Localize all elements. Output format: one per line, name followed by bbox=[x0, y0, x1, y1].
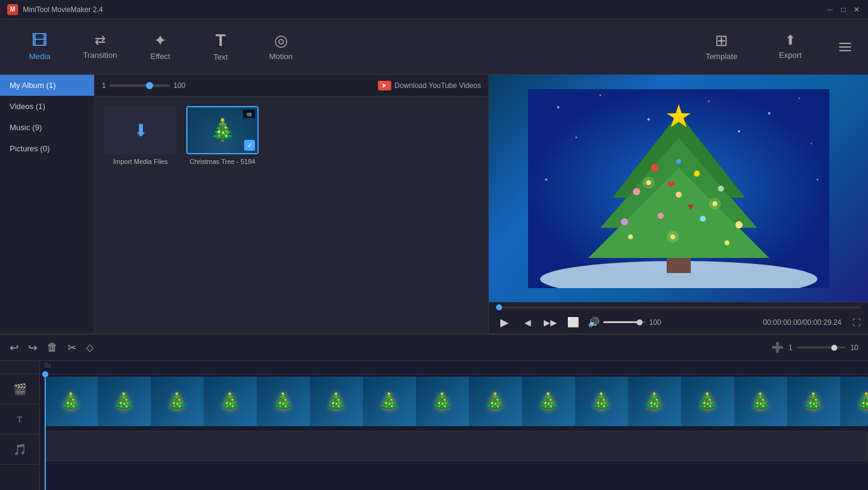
volume-value: 100 bbox=[649, 318, 661, 327]
text-track-icon: T bbox=[17, 415, 22, 424]
media-panel: 1 100 ▶ Download YouTube Videos ⬇ Import bbox=[95, 75, 488, 333]
timeline-tracks: 🎄 🎄 🎄 🎄 🎄 🎄 🎄 🎄 🎄 🎄 🎄 🎄 🎄 🎄 🎄 🎄 bbox=[40, 374, 868, 490]
progress-handle[interactable] bbox=[496, 304, 502, 310]
svg-point-7 bbox=[575, 136, 577, 138]
svg-point-35 bbox=[643, 177, 655, 189]
zoom-max: 10 bbox=[851, 344, 858, 352]
timeline-toolbar: ↩ ↪ 🗑 ✂ ◇ ➕ 1 10 bbox=[0, 335, 868, 361]
cut-button[interactable]: ✂ bbox=[68, 341, 77, 354]
download-youtube-button[interactable]: ▶ Download YouTube Videos bbox=[378, 81, 481, 90]
toolbar-item-effect[interactable]: ✦ Effect bbox=[130, 23, 190, 71]
toolbar-item-text[interactable]: T Text bbox=[190, 23, 251, 71]
volume-fill bbox=[603, 321, 637, 323]
timeline-content: 🎬 T 🎵 0s 🎄 🎄 🎄 🎄 🎄 bbox=[0, 361, 868, 490]
motion-label: Motion bbox=[269, 52, 292, 61]
toolbar-item-media[interactable]: 🎞 Media bbox=[10, 23, 70, 71]
time-display: 00:00:00.00/00:00:29.24 bbox=[763, 318, 841, 327]
sidebar-item-music[interactable]: Music (9) bbox=[0, 117, 94, 138]
fullscreen-button[interactable]: ⛶ bbox=[852, 318, 861, 327]
undo-button[interactable]: ↩ bbox=[10, 341, 19, 354]
audio-track-icon: 🎵 bbox=[13, 443, 27, 456]
track-frame: 🎄 bbox=[310, 377, 363, 426]
step-forward-button[interactable]: ▶▶ bbox=[542, 314, 559, 331]
media-grid: ⬇ Import Media Files 🎄 📹 ✓ Christmas Tre… bbox=[95, 96, 488, 333]
track-frame: 🎄 bbox=[98, 377, 151, 426]
selected-check: ✓ bbox=[244, 140, 255, 151]
audio-track[interactable] bbox=[45, 431, 868, 461]
svg-point-20 bbox=[651, 164, 658, 171]
timeline-zoom-slider[interactable] bbox=[797, 347, 846, 348]
close-button[interactable]: ✕ bbox=[852, 5, 861, 14]
volume-control: 🔊 100 bbox=[588, 316, 661, 328]
sidebar-item-my-album[interactable]: My Album (1) bbox=[0, 75, 94, 96]
volume-thumb[interactable] bbox=[637, 319, 643, 325]
transition-label: Transition bbox=[83, 51, 118, 60]
track-frame: 🎄 bbox=[151, 377, 204, 426]
zoom-slider[interactable] bbox=[110, 84, 170, 87]
toolbar-item-template[interactable]: ⊞ Template bbox=[694, 23, 749, 71]
svg-point-10 bbox=[545, 178, 547, 181]
maximize-button[interactable]: □ bbox=[839, 5, 848, 14]
split-button[interactable]: ◇ bbox=[86, 342, 93, 353]
volume-icon[interactable]: 🔊 bbox=[588, 316, 600, 328]
playhead[interactable] bbox=[45, 374, 46, 490]
track-frame: 🎄 bbox=[575, 377, 628, 426]
hamburger-line-1 bbox=[839, 43, 851, 44]
transition-icon: ⇄ bbox=[95, 34, 105, 47]
timeline-zoom-thumb[interactable] bbox=[831, 345, 837, 351]
app-icon: M bbox=[7, 4, 18, 15]
add-media-icon[interactable]: ➕ bbox=[772, 342, 784, 353]
video-track[interactable]: 🎄 🎄 🎄 🎄 🎄 🎄 🎄 🎄 🎄 🎄 🎄 🎄 🎄 🎄 🎄 🎄 bbox=[45, 377, 868, 426]
sidebar: My Album (1) Videos (1) Music (9) Pictur… bbox=[0, 75, 95, 333]
minimize-button[interactable]: ─ bbox=[826, 5, 834, 14]
track-frame: 🎄 bbox=[416, 377, 469, 426]
window-controls: ─ □ ✕ bbox=[826, 5, 861, 14]
svg-point-6 bbox=[798, 97, 800, 99]
ruler-mark-0: 0s bbox=[45, 362, 51, 369]
zoom-control: 1 100 bbox=[102, 81, 186, 90]
crop-button[interactable]: ⬜ bbox=[565, 314, 582, 331]
timeline-right: 0s 🎄 🎄 🎄 🎄 🎄 🎄 🎄 🎄 🎄 🎄 🎄 � bbox=[40, 361, 868, 490]
toolbar-item-export[interactable]: ⬆ Export bbox=[763, 23, 817, 71]
christmas-tree-media-item[interactable]: 🎄 📹 ✓ Christmas Tree - 5184 bbox=[186, 106, 259, 165]
progress-bar[interactable] bbox=[496, 306, 861, 309]
track-frame: 🎄 bbox=[363, 377, 416, 426]
toolbar-item-transition[interactable]: ⇄ Transition bbox=[70, 23, 130, 71]
svg-text:❤: ❤ bbox=[667, 179, 676, 191]
zoom-min: 1 bbox=[788, 344, 793, 352]
christmas-tree-svg: ❤ ♥ bbox=[528, 89, 829, 288]
svg-point-2 bbox=[599, 94, 601, 96]
timeline-zoom: ➕ 1 10 bbox=[772, 342, 858, 353]
svg-point-3 bbox=[647, 118, 650, 121]
svg-text:♥: ♥ bbox=[688, 201, 694, 212]
volume-slider[interactable] bbox=[603, 321, 646, 323]
toolbar-item-motion[interactable]: ◎ Motion bbox=[251, 23, 311, 71]
download-label: Download YouTube Videos bbox=[395, 81, 481, 90]
effect-icon: ✦ bbox=[154, 33, 167, 48]
christmas-thumb[interactable]: 🎄 📹 ✓ bbox=[186, 106, 259, 154]
sidebar-item-pictures[interactable]: Pictures (0) bbox=[0, 138, 94, 159]
import-thumb[interactable]: ⬇ bbox=[104, 106, 177, 154]
import-label: Import Media Files bbox=[113, 158, 168, 165]
play-button[interactable]: ▶ bbox=[496, 314, 513, 331]
track-frame: 🎄 bbox=[257, 377, 310, 426]
template-label: Template bbox=[706, 52, 738, 61]
menu-button[interactable] bbox=[832, 36, 858, 58]
track-frame: 🎄 bbox=[787, 377, 840, 426]
step-back-button[interactable]: ◀ bbox=[519, 314, 536, 331]
import-icon: ⬇ bbox=[134, 121, 148, 140]
timeline-left: 🎬 T 🎵 bbox=[0, 361, 40, 490]
track-frame: 🎄 bbox=[522, 377, 575, 426]
video-badge: 📹 bbox=[243, 110, 255, 118]
hamburger-line-2 bbox=[839, 46, 851, 48]
track-label-audio: 🎵 bbox=[0, 435, 39, 465]
main-area: My Album (1) Videos (1) Music (9) Pictur… bbox=[0, 75, 868, 333]
svg-point-23 bbox=[633, 188, 640, 195]
track-frame: 🎄 bbox=[628, 377, 681, 426]
redo-button[interactable]: ↪ bbox=[28, 341, 37, 354]
delete-button[interactable]: 🗑 bbox=[47, 341, 58, 354]
track-frame: 🎄 bbox=[681, 377, 734, 426]
import-media-item[interactable]: ⬇ Import Media Files bbox=[104, 106, 177, 165]
zoom-thumb[interactable] bbox=[146, 82, 153, 89]
sidebar-item-videos[interactable]: Videos (1) bbox=[0, 96, 94, 117]
